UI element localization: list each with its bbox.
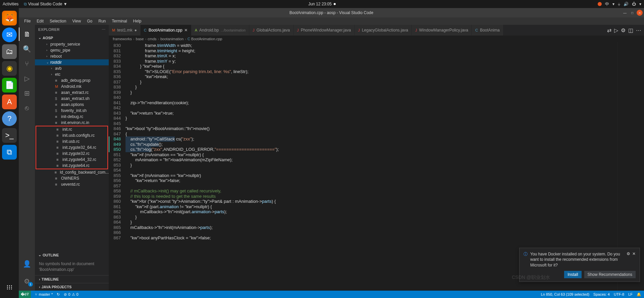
breadcrumb[interactable]: frameworks›base›cmds›bootanimation›C Boo… xyxy=(109,36,644,42)
file-item[interactable]: ≡OWNERS xyxy=(35,175,109,181)
notification-gear-icon[interactable]: ⚙ xyxy=(627,251,630,256)
activity-search[interactable]: 🔍 xyxy=(19,42,35,56)
clock[interactable]: Jun 12 23:05 xyxy=(308,2,332,6)
file-item[interactable]: ≡asan.options xyxy=(35,102,109,108)
volume-icon[interactable]: 🔊 xyxy=(624,2,629,6)
notifications-bell[interactable]: 🔔 xyxy=(637,292,641,297)
tab-globalactions-java[interactable]: JGlobalActions.java xyxy=(249,25,294,36)
outline-section[interactable]: ⌄ OUTLINE xyxy=(35,251,109,258)
file-item[interactable]: ≡init-debug.rc xyxy=(35,114,109,120)
activities-button[interactable]: Activities xyxy=(3,2,18,6)
window-minimize[interactable]: — xyxy=(622,10,628,16)
status-indicator[interactable] xyxy=(598,2,602,6)
menu-go[interactable]: Go xyxy=(84,18,95,24)
tab-phonewindowmanager-java[interactable]: JPhoneWindowManager.java xyxy=(294,25,355,36)
breadcrumb-item[interactable]: frameworks xyxy=(113,37,132,41)
folder-item[interactable]: › qemu_pipe xyxy=(35,47,109,53)
power-icon[interactable]: ⏻ xyxy=(632,2,636,6)
dock-thunderbird[interactable]: ✉ xyxy=(2,27,17,42)
window-maximize[interactable]: □ xyxy=(629,10,635,16)
dock-terminal[interactable]: >_ xyxy=(2,128,17,143)
menu-edit[interactable]: Edit xyxy=(34,18,46,24)
tab-legacyglobalactions-java[interactable]: JLegacyGlobalActions.java xyxy=(355,25,412,36)
activity-remote[interactable]: ⎋ xyxy=(19,101,35,115)
eol[interactable]: LF xyxy=(628,292,633,296)
file-item[interactable]: ≡asan_extract.rc xyxy=(35,90,109,96)
problems[interactable]: ⊘ 0 ⚠ 0 xyxy=(64,292,78,297)
encoding[interactable]: UTF-8 xyxy=(614,292,624,296)
close-icon[interactable]: ✕ xyxy=(184,28,188,33)
show-recommendations-button[interactable]: Show Recommendations xyxy=(584,271,636,278)
folder-item[interactable]: › reboot xyxy=(35,53,109,59)
explorer-more-icon[interactable]: ⋯ xyxy=(102,27,106,32)
tab-bootanima[interactable]: CBootAnima xyxy=(472,25,503,36)
git-sync[interactable]: ↻ xyxy=(57,292,60,297)
file-item[interactable]: ≡init.environ.rc.in xyxy=(35,120,109,126)
tab-android-bp[interactable]: AAndroid.bp.../bootanimation xyxy=(191,25,249,36)
file-item[interactable]: ≡init.rc xyxy=(36,126,107,132)
activity-explorer[interactable]: 🗎 xyxy=(19,27,35,41)
file-item[interactable]: $fsverity_init.sh xyxy=(35,108,109,114)
file-item[interactable]: ≡adb_debug.prop xyxy=(35,77,109,83)
network-icon[interactable]: ⏚ xyxy=(618,2,620,6)
chevron-right-icon: › xyxy=(39,285,40,289)
folder-item[interactable]: ⌄ rootdir xyxy=(35,59,109,65)
tab-test1-mk[interactable]: Mtest1.mk● xyxy=(109,25,141,36)
file-item[interactable]: ≡init.zygote32.rc xyxy=(36,151,107,157)
dock-files[interactable]: 🗂 xyxy=(2,44,17,59)
notification-close-icon[interactable]: ✕ xyxy=(632,251,636,256)
split-icon[interactable]: ◫ xyxy=(628,27,633,34)
git-branch[interactable]: ⑂ master* xyxy=(35,292,53,296)
tab-windowmanagerpolicy-java[interactable]: JWindowManagerPolicy.java xyxy=(412,25,472,36)
dock-rhythmbox[interactable]: ◉ xyxy=(2,61,17,76)
folder-item[interactable]: › etc xyxy=(35,71,109,77)
activity-source-control[interactable]: ⑂ xyxy=(19,57,35,70)
activity-settings[interactable]: ⚙1 xyxy=(19,275,35,288)
input-method[interactable]: 中 xyxy=(605,1,609,7)
tab-bootanimation-cpp[interactable]: CBootAnimation.cpp✕ xyxy=(141,25,192,36)
remote-indicator[interactable]: �êŸ xyxy=(19,291,31,298)
install-button[interactable]: Install xyxy=(564,271,581,278)
cursor-position[interactable]: Ln 850, Col 63 (109 selected) xyxy=(541,292,589,296)
app-menu[interactable]: ⧉ Visual Studio Code ▼ xyxy=(24,2,67,6)
file-item[interactable]: ≡init.usb.configfs.rc xyxy=(36,132,107,138)
dock-firefox[interactable]: 🦊 xyxy=(2,11,17,25)
menu-view[interactable]: View xyxy=(69,18,84,24)
breadcrumb-item[interactable]: cmds xyxy=(148,37,156,41)
file-item[interactable]: $asan_extract.sh xyxy=(35,96,109,102)
dock-software[interactable]: A xyxy=(2,95,17,109)
compare-icon[interactable]: ⇄ xyxy=(607,27,611,34)
run-icon[interactable]: ▷ xyxy=(614,27,618,34)
menu-terminal[interactable]: Terminal xyxy=(109,18,130,24)
file-item[interactable]: ≡init.zygote64.rc xyxy=(36,163,107,169)
file-item[interactable]: ≡ld_config_backward_com... xyxy=(35,169,109,175)
menu-help[interactable]: Help xyxy=(131,18,144,24)
indentation[interactable]: Spaces: 4 xyxy=(593,292,610,296)
more-icon[interactable]: ⋯ xyxy=(636,27,641,34)
dock-show-apps[interactable]: ⁝⁝⁝ xyxy=(2,280,17,295)
folder-item[interactable]: › property_service xyxy=(35,41,109,47)
settings-icon[interactable]: ⚙ xyxy=(621,27,626,34)
breadcrumb-item[interactable]: bootanimation xyxy=(160,37,184,41)
breadcrumb-item[interactable]: C BootAnimation.cpp xyxy=(188,37,222,41)
file-item[interactable]: ≡init.zygote32_64.rc xyxy=(36,144,107,151)
menu-selection[interactable]: Selection xyxy=(47,18,69,24)
project-section[interactable]: ⌄ AOSP xyxy=(35,34,109,41)
file-item[interactable]: ≡ueventd.rc xyxy=(35,181,109,187)
timeline-section[interactable]: › TIMELINE xyxy=(35,275,109,283)
file-item[interactable]: ≡init.zygote64_32.rc xyxy=(36,157,107,163)
java-projects-section[interactable]: › JAVA PROJECTS xyxy=(35,283,109,291)
menu-file[interactable]: File xyxy=(21,18,33,24)
breadcrumb-item[interactable]: base xyxy=(136,37,144,41)
menu-run[interactable]: Run xyxy=(96,18,108,24)
file-item[interactable]: MAndroid.mk xyxy=(35,83,109,90)
activity-extensions[interactable]: ⊞ xyxy=(19,86,35,100)
file-item[interactable]: ≡init.usb.rc xyxy=(36,138,107,144)
window-close[interactable]: ✕ xyxy=(637,10,643,16)
dock-vscode[interactable]: ⧉ xyxy=(2,145,17,160)
activity-run-debug[interactable]: ▷ xyxy=(19,72,35,85)
folder-item[interactable]: › avb xyxy=(35,65,109,71)
dock-help[interactable]: ? xyxy=(2,111,17,126)
dock-writer[interactable]: 📄 xyxy=(2,78,17,93)
activity-account[interactable]: 👤 xyxy=(19,257,35,271)
